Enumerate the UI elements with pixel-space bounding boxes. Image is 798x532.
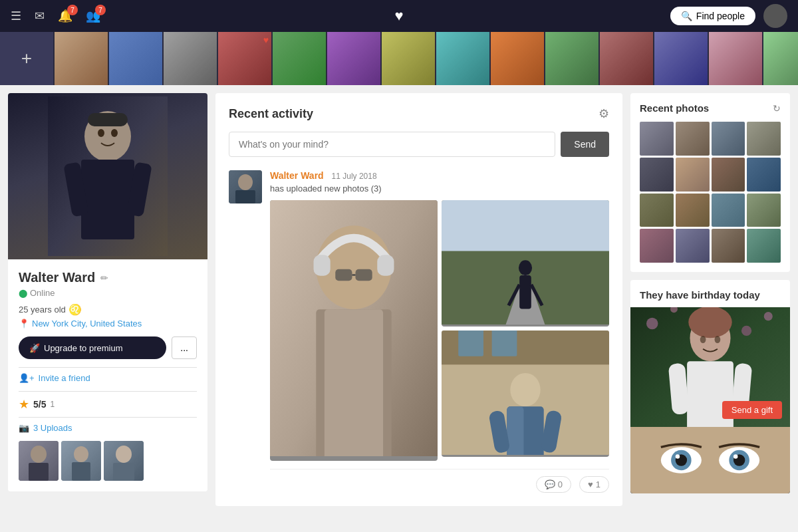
- user-avatar-nav[interactable]: [763, 4, 787, 28]
- story-item[interactable]: [382, 32, 435, 85]
- svg-point-6: [111, 129, 118, 137]
- story-item[interactable]: [273, 32, 326, 85]
- send-button[interactable]: Send: [561, 132, 609, 157]
- upload-thumb-1[interactable]: [19, 441, 59, 481]
- photo-cell[interactable]: [712, 194, 745, 227]
- invite-friend-link[interactable]: 👤+ Invite a friend: [19, 373, 197, 383]
- story-add[interactable]: +: [0, 32, 53, 85]
- activity-card: Recent activity ⚙ Send: [215, 93, 622, 506]
- svg-rect-13: [72, 462, 90, 481]
- story-item[interactable]: [491, 32, 544, 85]
- photo-cell[interactable]: [712, 122, 745, 156]
- edit-profile-icon[interactable]: ✏: [100, 273, 108, 283]
- comment-button[interactable]: 💬 0: [536, 476, 571, 493]
- birthday-second-image[interactable]: [630, 427, 790, 493]
- birthday-person-image[interactable]: Send a gift: [630, 307, 790, 427]
- birthday-eyes-svg: [630, 427, 790, 493]
- post-description: has uploaded new photos (3): [270, 184, 609, 194]
- notification-bell[interactable]: 🔔 7: [58, 9, 72, 23]
- photo-cell[interactable]: [676, 229, 710, 263]
- story-item[interactable]: [436, 32, 489, 85]
- online-status: ⬤ Online: [19, 288, 197, 298]
- svg-rect-22: [314, 255, 331, 276]
- story-item[interactable]: [164, 32, 217, 85]
- find-people-button[interactable]: 🔍 Find people: [670, 7, 755, 25]
- post-author[interactable]: Walter Ward: [270, 170, 324, 181]
- story-item[interactable]: [709, 32, 762, 85]
- svg-point-57: [715, 336, 721, 343]
- photo-cell[interactable]: [640, 158, 674, 192]
- more-options-button[interactable]: ...: [172, 336, 197, 359]
- story-item[interactable]: [654, 32, 708, 85]
- svg-rect-43: [507, 406, 523, 455]
- photo-cell[interactable]: [747, 122, 781, 156]
- story-item[interactable]: [109, 32, 162, 85]
- post-image-3[interactable]: [442, 331, 609, 457]
- refresh-icon[interactable]: ↻: [773, 103, 781, 114]
- story-item[interactable]: [600, 32, 653, 85]
- svg-point-18: [238, 174, 253, 190]
- post-input[interactable]: [229, 132, 555, 157]
- photo-cell[interactable]: [712, 158, 745, 192]
- post-image-2[interactable]: [442, 200, 609, 327]
- story-heart-icon: ♥: [263, 35, 269, 45]
- photo-cell[interactable]: [676, 194, 710, 227]
- like-button[interactable]: ♥ 1: [579, 476, 609, 493]
- center-column: Recent activity ⚙ Send: [215, 93, 622, 506]
- profile-name-row: Walter Ward ✏: [19, 270, 197, 285]
- cover-image: [8, 93, 207, 259]
- upgrade-button[interactable]: 🚀 Upgrade to premium: [19, 336, 166, 359]
- post-image-1[interactable]: [270, 200, 438, 461]
- photo-cell[interactable]: [747, 194, 781, 227]
- divider: [19, 391, 197, 392]
- recent-photos-card: Recent photos ↻: [630, 93, 790, 272]
- camera-icon: 📷: [19, 423, 29, 433]
- svg-point-52: [688, 307, 732, 338]
- profile-location: 📍 New York City, United States: [19, 319, 197, 329]
- cafe-image: [442, 331, 609, 455]
- photo-cell[interactable]: [747, 158, 781, 192]
- location-link[interactable]: New York City, United States: [32, 319, 142, 329]
- main-layout: Walter Ward ✏ ⬤ Online 25 years old ♌ 📍 …: [0, 85, 798, 514]
- uploads-row[interactable]: 📷 3 Uploads: [19, 423, 197, 433]
- post-date: 11 July 2018: [332, 172, 377, 181]
- photo-cell[interactable]: [676, 122, 710, 156]
- left-sidebar: Walter Ward ✏ ⬤ Online 25 years old ♌ 📍 …: [8, 93, 207, 506]
- online-indicator: ⬤: [19, 289, 27, 298]
- svg-rect-23: [377, 255, 394, 276]
- post-input-row: Send: [229, 132, 609, 157]
- post-author-avatar[interactable]: [229, 170, 262, 203]
- uploads-label: 3 Uploads: [33, 423, 72, 433]
- send-gift-button[interactable]: Send a gift: [722, 401, 782, 419]
- story-item[interactable]: [327, 32, 380, 85]
- story-item[interactable]: [763, 32, 798, 85]
- photo-cell[interactable]: [640, 229, 674, 263]
- photo-cell[interactable]: [712, 229, 745, 263]
- story-item[interactable]: [545, 32, 598, 85]
- post-actions: 💬 0 ♥ 1: [270, 469, 609, 493]
- thumb-image-1: [19, 441, 59, 481]
- post-content: Walter Ward 11 July 2018 has uploaded ne…: [270, 170, 609, 493]
- svg-point-41: [510, 373, 540, 406]
- menu-icon[interactable]: ☰: [11, 9, 21, 23]
- recent-photos-header: Recent photos ↻: [640, 102, 781, 114]
- email-icon[interactable]: ✉: [35, 9, 45, 23]
- upload-thumb-3[interactable]: [104, 441, 144, 481]
- photo-cell[interactable]: [747, 229, 781, 263]
- activity-title: Recent activity: [229, 107, 313, 121]
- photo-cell[interactable]: [640, 194, 674, 227]
- story-item[interactable]: [55, 32, 108, 85]
- upload-thumb-2[interactable]: [61, 441, 101, 481]
- rocket-icon: 🚀: [29, 343, 40, 353]
- photo-cell[interactable]: [640, 122, 674, 156]
- heart-like-icon: ♥: [588, 479, 593, 489]
- friends-icon[interactable]: 👥 7: [86, 9, 100, 23]
- svg-point-63: [676, 454, 680, 459]
- street-image: [442, 200, 609, 325]
- rating-row: ★ 5/5 1: [19, 397, 197, 412]
- star-icon: ★: [19, 397, 29, 412]
- story-item[interactable]: ♥: [218, 32, 271, 85]
- activity-settings-icon[interactable]: ⚙: [598, 106, 609, 121]
- heart-logo: ♥: [394, 7, 403, 24]
- photo-cell[interactable]: [676, 158, 710, 192]
